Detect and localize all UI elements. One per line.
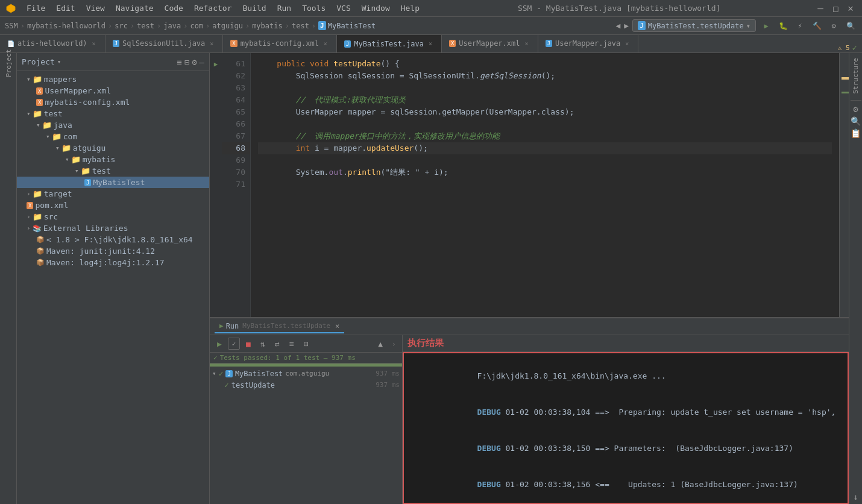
tab-close-mybatis-config[interactable]: × <box>322 40 329 48</box>
test-run-button[interactable]: ▶ <box>213 338 225 350</box>
close-button[interactable]: ✕ <box>844 2 857 14</box>
breadcrumb-atguigu[interactable]: atguigu <box>212 22 243 30</box>
structure-sidebar-item[interactable]: Structure <box>849 55 862 96</box>
build-button[interactable]: 🔨 <box>810 19 823 33</box>
tab-close-usermapper-xml[interactable]: × <box>523 40 530 48</box>
test-item-mybatistest[interactable]: ▾ ✓ J MyBatisTest com.atguigu 937 ms <box>210 368 402 379</box>
minimize-button[interactable]: — <box>814 2 827 14</box>
line-num-64: 64 <box>222 94 250 106</box>
code-line-63 <box>258 82 832 94</box>
test-item-testupdate[interactable]: ✓ testUpdate 937 ms <box>210 379 402 391</box>
menu-navigate[interactable]: Navigate <box>111 2 159 14</box>
sidebar-hide-icon[interactable]: — <box>200 57 204 67</box>
test-stop-button[interactable]: ■ <box>242 338 254 350</box>
output-line-0: F:\jdk\jdk1.8.0_161_x64\bin\java.exe ... <box>411 358 840 394</box>
tab-mybatistest[interactable]: J MyBatisTest.java × <box>337 35 442 52</box>
breadcrumb-com[interactable]: com <box>190 22 203 30</box>
test-collapse-button[interactable]: ⊟ <box>300 338 312 350</box>
settings-button[interactable]: ⚙ <box>827 19 840 33</box>
back-button[interactable]: ◀ <box>616 21 621 30</box>
menu-refactor[interactable]: Refactor <box>189 2 237 14</box>
right-bar-icon-bottom[interactable]: ↓ <box>853 492 858 502</box>
tree-item-mybatis[interactable]: ▾ 📁 mybatis <box>17 154 209 165</box>
right-bar-icon-1[interactable]: ⚙ <box>853 104 858 114</box>
output-line-1: DEBUG 01-02 00:03:38,104 ==> Preparing: … <box>411 394 840 430</box>
tree-item-test[interactable]: ▾ 📁 test <box>17 108 209 119</box>
test-sort2-button[interactable]: ⇄ <box>271 338 283 350</box>
tree-item-target[interactable]: › 📁 target <box>17 188 209 200</box>
tree-item-usermapper-xml[interactable]: X UserMapper.xml <box>17 85 209 96</box>
activity-project[interactable]: Project <box>1 55 16 71</box>
maximize-button[interactable]: □ <box>829 4 842 13</box>
tab-label-usermapper-xml: UserMapper.xml <box>459 39 520 48</box>
tab-helloworld[interactable]: 📄 atis-helloworld) × <box>0 35 105 52</box>
menu-window[interactable]: Window <box>357 2 395 14</box>
menu-code[interactable]: Code <box>160 2 188 14</box>
test-expand-button[interactable]: ≡ <box>286 338 298 350</box>
forward-button[interactable]: ▶ <box>624 21 629 30</box>
tree-item-log4j[interactable]: 📦 Maven: log4j:log4j:1.2.17 <box>17 257 209 268</box>
breadcrumb-project[interactable]: mybatis-helloworld <box>27 22 105 30</box>
tab-usermapper-xml[interactable]: X UserMapper.xml × <box>442 35 538 52</box>
breadcrumb-src[interactable]: src <box>115 22 128 30</box>
tree-item-atguigu[interactable]: ▾ 📁 atguigu <box>17 142 209 154</box>
menu-build[interactable]: Build <box>238 2 271 14</box>
editor-tabbar: 📄 atis-helloworld) × J SqlSessionUtil.ja… <box>0 35 862 53</box>
tab-sqlsession[interactable]: J SqlSessionUtil.java × <box>105 35 224 52</box>
breadcrumb-ssm[interactable]: SSM <box>5 22 18 30</box>
folder-icon-test: 📁 <box>33 109 42 118</box>
tree-item-junit[interactable]: 📦 Maven: junit:junit:4.12 <box>17 245 209 257</box>
tree-item-src[interactable]: › 📁 src <box>17 211 209 222</box>
right-bar-icon-3[interactable]: 📋 <box>851 128 861 138</box>
breadcrumb-mybatis[interactable]: mybatis <box>252 22 283 30</box>
editor-top-right: ⚠ 5 ✓ <box>833 43 862 52</box>
test-rerun-button[interactable]: ✓ <box>228 338 240 350</box>
tab-close-helloworld[interactable]: × <box>90 40 98 48</box>
sidebar-expand-all-icon[interactable]: ≡ <box>177 57 181 67</box>
output-content[interactable]: F:\jdk\jdk1.8.0_161_x64\bin\java.exe ...… <box>403 352 849 504</box>
sidebar-dropdown-icon[interactable]: ▾ <box>57 58 61 66</box>
sidebar-collapse-all-icon[interactable]: ⊟ <box>184 57 189 67</box>
code-content[interactable]: public void testUpdate() { SqlSession sq… <box>251 53 839 317</box>
bottom-tab-run-close[interactable]: × <box>335 322 339 330</box>
tab-mybatis-config[interactable]: X mybatis-config.xml × <box>223 35 337 52</box>
tab-close-usermapper-java[interactable]: × <box>623 40 631 48</box>
breadcrumb-file[interactable]: J MyBatisTest <box>318 21 376 30</box>
run-button[interactable]: ▶ <box>760 19 773 33</box>
menu-help[interactable]: Help <box>396 2 424 14</box>
test-nav-up-button[interactable]: ▲ <box>374 338 386 350</box>
tab-usermapper-java[interactable]: J UserMapper.java × <box>538 35 639 52</box>
menu-view[interactable]: View <box>81 2 110 14</box>
breadcrumb-java[interactable]: java <box>163 22 181 30</box>
tab-close-sqlsession[interactable]: × <box>208 40 215 48</box>
menu-file[interactable]: File <box>22 2 50 14</box>
menu-vcs[interactable]: VCS <box>332 2 355 14</box>
tree-item-jdk[interactable]: 📦 < 1.8 > F:\jdk\jdk1.8.0_161_x64 <box>17 234 209 245</box>
tree-item-mappers[interactable]: ▾ 📁 mappers <box>17 74 209 85</box>
tree-item-test2[interactable]: ▾ 📁 test <box>17 165 209 177</box>
tree-item-com[interactable]: ▾ 📁 com <box>17 131 209 142</box>
breadcrumb-test2[interactable]: test <box>292 22 309 30</box>
sidebar-settings-icon[interactable]: ⚙ <box>192 57 197 67</box>
tree-item-mybatis-config[interactable]: X mybatis-config.xml <box>17 96 209 108</box>
debug-button[interactable]: 🐛 <box>776 19 790 33</box>
menu-tools[interactable]: Tools <box>297 2 330 14</box>
tree-item-external-libs[interactable]: › 📚 External Libraries <box>17 222 209 234</box>
menu-edit[interactable]: Edit <box>51 2 80 14</box>
tab-close-mybatistest[interactable]: × <box>427 40 434 48</box>
bottom-content: ▶ ✓ ■ ⇅ ⇄ ≡ ⊟ ▲ › ✓ Tests passed: <box>210 335 849 504</box>
menu-run[interactable]: Run <box>272 2 296 14</box>
coverage-button[interactable]: ⚡ <box>793 19 807 33</box>
tree-item-java[interactable]: ▾ 📁 java <box>17 119 209 131</box>
breadcrumb-test[interactable]: test <box>137 22 154 30</box>
chevron-com: ▾ <box>46 133 50 140</box>
search-button[interactable]: 🔍 <box>844 19 857 33</box>
bottom-tab-run[interactable]: ▶ Run MyBatisTest.testUpdate × <box>215 320 344 333</box>
run-config-selector[interactable]: J MyBatisTest.testUpdate ▾ <box>632 19 756 32</box>
tree-item-mybatistest[interactable]: J MyBatisTest <box>17 177 209 188</box>
right-bar-icon-2[interactable]: 🔍 <box>851 116 861 126</box>
run-gutter-61[interactable]: ▶ <box>214 60 218 68</box>
gutter-68 <box>210 142 222 154</box>
tree-item-pom[interactable]: X pom.xml <box>17 200 209 211</box>
test-sort-button[interactable]: ⇅ <box>257 338 269 350</box>
